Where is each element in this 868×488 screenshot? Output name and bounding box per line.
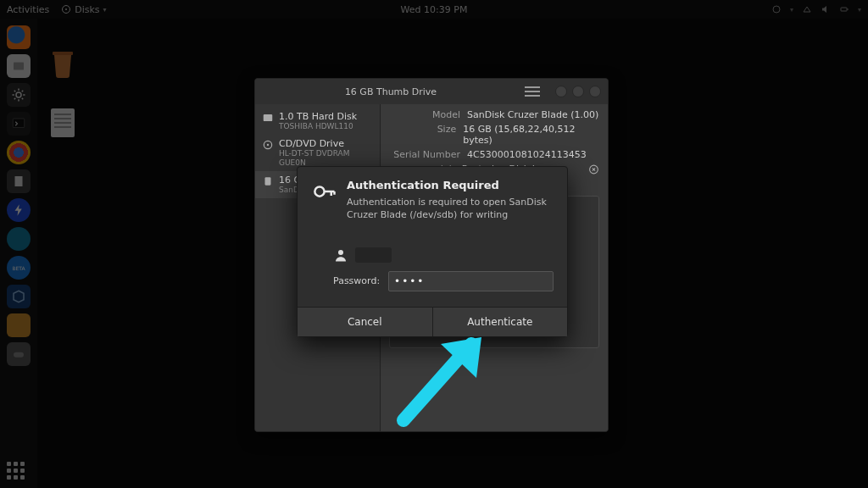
auth-dialog: Authentication Required Authentication i…: [297, 166, 568, 337]
user-avatar-icon: [333, 247, 348, 263]
auth-title: Authentication Required: [347, 179, 554, 191]
prop-value: 4C530001081024113453: [467, 149, 587, 160]
auth-message: Authentication is required to open SanDi…: [347, 197, 554, 222]
hamburger-menu-icon[interactable]: [525, 86, 540, 97]
password-input[interactable]: [388, 271, 554, 291]
optical-drive-icon: [262, 139, 274, 151]
device-name: 1.0 TB Hard Disk: [279, 111, 357, 122]
prop-value: 16 GB (15,68,22,40,512 bytes): [463, 124, 599, 146]
job-cancel-icon[interactable]: [588, 164, 599, 175]
svg-rect-11: [264, 114, 273, 121]
prop-key: Serial Number: [389, 149, 460, 160]
window-minimize-button[interactable]: [555, 86, 567, 97]
device-name: CD/DVD Drive: [279, 138, 373, 149]
device-item-hdd[interactable]: 1.0 TB Hard Disk TOSHIBA HDWL110: [255, 108, 380, 135]
svg-rect-14: [265, 177, 271, 185]
svg-point-16: [314, 186, 324, 196]
svg-point-17: [338, 250, 343, 255]
window-close-button[interactable]: [589, 86, 601, 97]
password-label: Password:: [333, 275, 380, 286]
auth-user-row: [333, 247, 567, 263]
auth-username: [355, 247, 392, 263]
key-icon: [311, 179, 337, 204]
prop-key: Size: [389, 124, 456, 146]
prop-key: Model: [389, 109, 460, 120]
hard-disk-icon: [262, 112, 274, 124]
window-titlebar[interactable]: 16 GB Thumb Drive: [255, 79, 608, 104]
device-sub: HL-DT-ST DVDRAM GUE0N: [279, 149, 373, 168]
usb-drive-icon: [262, 175, 274, 187]
window-maximize-button[interactable]: [572, 86, 584, 97]
authenticate-button[interactable]: Authenticate: [433, 308, 568, 336]
svg-point-13: [267, 144, 269, 146]
cancel-button[interactable]: Cancel: [298, 308, 433, 336]
window-title: 16 GB Thumb Drive: [262, 86, 520, 97]
device-sub: TOSHIBA HDWL110: [279, 122, 357, 131]
prop-value: SanDisk Cruzer Blade (1.00): [467, 109, 598, 120]
